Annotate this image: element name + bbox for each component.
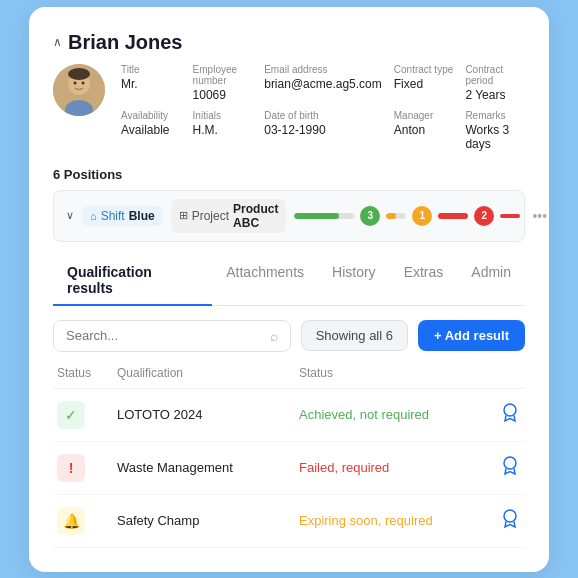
person-details: Title Mr. Employee number 10069 Email ad… — [121, 64, 525, 151]
svg-point-3 — [68, 68, 90, 80]
badge-red: 2 — [474, 206, 494, 226]
th-actions — [481, 366, 521, 380]
collapse-icon[interactable]: ∧ — [53, 35, 62, 49]
tab-extras[interactable]: Extras — [390, 256, 458, 306]
table-row: ✓ LOTOTO 2024 Achieved, not required — [53, 389, 525, 442]
svg-point-4 — [74, 81, 77, 84]
qualification-name-3: Safety Champ — [117, 513, 299, 528]
project-label: Project — [192, 209, 229, 223]
detail-remarks: Remarks Works 3 days — [465, 110, 525, 151]
person-header: Title Mr. Employee number 10069 Email ad… — [53, 64, 525, 151]
detail-initials: Initials H.M. — [193, 110, 253, 151]
shift-name: Blue — [129, 209, 155, 223]
person-name: Brian Jones — [68, 31, 182, 54]
svg-point-6 — [504, 404, 516, 416]
detail-manager: Manager Anton — [394, 110, 454, 151]
progress-bar-yellow — [386, 213, 406, 219]
position-chevron-icon[interactable]: ∨ — [66, 209, 74, 222]
tab-qualification-results[interactable]: Qualification results — [53, 256, 212, 306]
detail-email: Email address brian@acme.ag5.com — [264, 64, 382, 102]
table-row: 🔔 Safety Champ Expiring soon, required — [53, 495, 525, 548]
positions-label: 6 Positions — [53, 167, 525, 182]
qualification-status-1: Achieved, not required — [299, 407, 481, 422]
detail-employee-number: Employee number 10069 — [193, 64, 253, 102]
status-icon-green: ✓ — [57, 401, 85, 429]
qualification-name-1: LOTOTO 2024 — [117, 407, 299, 422]
shift-label: Shift — [101, 209, 125, 223]
svg-point-5 — [82, 81, 85, 84]
badge-yellow: 1 — [412, 206, 432, 226]
status-icon-wrap-2: ! — [57, 454, 117, 482]
detail-contract-period: Contract period 2 Years — [465, 64, 525, 102]
add-result-button[interactable]: + Add result — [418, 320, 525, 351]
th-status: Status — [57, 366, 117, 380]
table-row: ! Waste Management Failed, required — [53, 442, 525, 495]
detail-dob: Date of birth 03-12-1990 — [264, 110, 382, 151]
qualification-status-2: Failed, required — [299, 460, 481, 475]
tab-admin[interactable]: Admin — [457, 256, 525, 306]
detail-availability: Availability Available — [121, 110, 181, 151]
svg-point-7 — [504, 457, 516, 469]
person-title-row: ∧ Brian Jones — [53, 31, 525, 54]
progress-fill-yellow — [386, 213, 396, 219]
status-icon-red: ! — [57, 454, 85, 482]
project-name: Product ABC — [233, 202, 278, 230]
main-card: ∧ Brian Jones — [29, 7, 549, 572]
search-icon: ⌕ — [270, 328, 278, 344]
shift-tag[interactable]: ⌂ Shift Blue — [82, 206, 163, 226]
badge-green: 3 — [360, 206, 380, 226]
certificate-icon-3[interactable] — [481, 507, 521, 534]
detail-title: Title Mr. — [121, 64, 181, 102]
svg-point-8 — [504, 510, 516, 522]
progress-area: 3 1 2 — [294, 206, 520, 226]
home-icon: ⌂ — [90, 210, 97, 222]
red-bar-extra — [500, 214, 520, 218]
progress-bar-red — [438, 213, 468, 219]
position-bar: ∨ ⌂ Shift Blue ⊞ Project Product ABC 3 1 — [53, 190, 525, 242]
th-status2: Status — [299, 366, 481, 380]
tab-attachments[interactable]: Attachments — [212, 256, 318, 306]
status-icon-wrap-1: ✓ — [57, 401, 117, 429]
certificate-icon-1[interactable] — [481, 401, 521, 428]
table-header: Status Qualification Status — [53, 366, 525, 389]
positions-section: 6 Positions ∨ ⌂ Shift Blue ⊞ Project Pro… — [53, 167, 525, 242]
status-icon-yellow: 🔔 — [57, 507, 85, 535]
th-qualification: Qualification — [117, 366, 299, 380]
detail-contract-type: Contract type Fixed — [394, 64, 454, 102]
search-add-row: ⌕ Showing all 6 + Add result — [53, 320, 525, 352]
more-options-icon[interactable]: ••• — [532, 208, 547, 224]
details-grid: Title Mr. Employee number 10069 Email ad… — [121, 64, 525, 151]
certificate-icon-2[interactable] — [481, 454, 521, 481]
qualification-name-2: Waste Management — [117, 460, 299, 475]
progress-bar-green — [294, 213, 354, 219]
grid-icon: ⊞ — [179, 209, 188, 222]
tab-history[interactable]: History — [318, 256, 390, 306]
project-tag[interactable]: ⊞ Project Product ABC — [171, 199, 287, 233]
search-box[interactable]: ⌕ — [53, 320, 291, 352]
avatar — [53, 64, 105, 116]
search-input[interactable] — [66, 328, 264, 343]
tabs-row: Qualification results Attachments Histor… — [53, 256, 525, 306]
progress-fill-green — [294, 213, 339, 219]
qualification-status-3: Expiring soon, required — [299, 513, 481, 528]
showing-badge: Showing all 6 — [301, 320, 408, 351]
status-icon-wrap-3: 🔔 — [57, 507, 117, 535]
